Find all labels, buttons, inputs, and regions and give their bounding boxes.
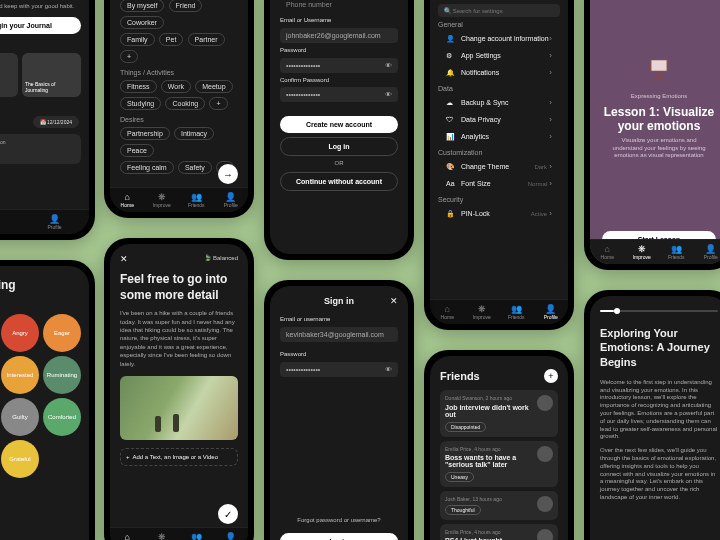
row-account[interactable]: 👤Change account information›	[438, 30, 560, 47]
continue-button[interactable]: Continue without account	[280, 172, 398, 191]
chip-work[interactable]: Work	[161, 80, 191, 93]
phone-friends: Friends + Donald Swanson, 2 hours agoJob…	[424, 350, 574, 540]
nav-profile[interactable]: 👤Profile	[214, 192, 249, 208]
row-app-settings[interactable]: ⚙App Settings›	[438, 47, 560, 64]
nav-improve[interactable]: ❋Improve	[145, 532, 180, 540]
add-friend-button[interactable]: +	[544, 369, 558, 383]
tab-phone[interactable]: Phone number	[280, 0, 338, 11]
mood-guilty[interactable]: Guilty	[1, 398, 39, 436]
chip-fitness[interactable]: Fitness	[120, 80, 157, 93]
begin-journal-button[interactable]: Begin your Journal	[0, 17, 81, 34]
chip-cooking[interactable]: Cooking	[165, 97, 205, 110]
create-account-button[interactable]: Create new account	[280, 116, 398, 133]
nav-friends[interactable]: 👥Friends	[179, 532, 214, 540]
section-custom: Customization	[438, 149, 560, 156]
chip-partner[interactable]: Partner	[188, 33, 225, 46]
chip-pet[interactable]: Pet	[159, 33, 184, 46]
card-basics[interactable]: The Basics of Journaling	[22, 53, 81, 97]
nav-profile[interactable]: 👤Profile	[20, 214, 89, 230]
shield-icon: 🛡	[446, 116, 456, 123]
bell-icon: 🔔	[446, 69, 456, 77]
easel-icon	[645, 55, 673, 83]
fab-next[interactable]: →	[218, 164, 238, 184]
phone-journal: do you feel? daily journal and keep with…	[0, 0, 95, 240]
nav-friends[interactable]: 👥Friends	[0, 214, 20, 230]
chevron-right-icon: ›	[549, 51, 552, 60]
chip-coworker[interactable]: Coworker	[120, 16, 164, 29]
input-email[interactable]: kevinbaker34@googlemail.com	[280, 327, 398, 342]
signin-title: Sign in	[324, 296, 354, 306]
nav-friends[interactable]: 👥Friends	[179, 192, 214, 208]
eye-icon[interactable]: 👁	[385, 62, 392, 69]
chip-meetup[interactable]: Meetup	[195, 80, 232, 93]
mood-eager[interactable]: Eager	[43, 314, 81, 352]
nav-improve[interactable]: ❋Improve	[625, 244, 660, 260]
nav-improve[interactable]: ❋Improve	[145, 192, 180, 208]
friend-card[interactable]: Donald Swanson, 2 hours agoJob interview…	[440, 390, 558, 437]
input-password[interactable]: ••••••••••••••👁	[280, 58, 398, 73]
eye-icon[interactable]: 👁	[385, 366, 392, 373]
nav-bar: 👥Friends 👤Profile	[0, 209, 89, 234]
nav-profile[interactable]: 👤Profile	[534, 304, 569, 320]
chip-studying[interactable]: Studying	[120, 97, 161, 110]
section-desires: Desires	[120, 116, 238, 123]
chip-plus-things[interactable]: +	[209, 97, 227, 110]
mood-comforted[interactable]: Comforted	[43, 398, 81, 436]
mood-ruminating[interactable]: Ruminating	[43, 356, 81, 394]
input-confirm[interactable]: ••••••••••••••👁	[280, 87, 398, 102]
row-analytics[interactable]: 📊Analytics›	[438, 128, 560, 145]
search-input[interactable]: 🔍 Search for settings	[438, 4, 560, 17]
journal-subtitle: daily journal and keep with your good ha…	[0, 3, 81, 11]
card-reframing[interactable]: Reframing your thoughts	[0, 53, 18, 97]
close-button[interactable]: ✕	[390, 296, 398, 306]
mood-angry[interactable]: Angry	[1, 314, 39, 352]
friend-card[interactable]: Josh Baker, 13 hours agoThoughtful	[440, 491, 558, 520]
row-font[interactable]: AaFont SizeNormal ›	[438, 175, 560, 192]
mood-grid: HatefulAngryEagerFrustratedInterestedRum…	[0, 314, 81, 478]
friend-card[interactable]: Emilia Price, 4 hours agoPS4 I just boug…	[440, 524, 558, 541]
phone-profile: Profile 🔍 Search for settings General 👤C…	[424, 0, 574, 330]
row-pin[interactable]: 🔒PIN-LockActive ›	[438, 205, 560, 222]
card-hopes[interactable]: Hopes: A Reflection	[0, 134, 81, 164]
chip-calm[interactable]: Feeling calm	[120, 161, 174, 174]
phone-lesson: Expressing Emotions Lesson 1: Visualize …	[584, 0, 720, 270]
input-password[interactable]: ••••••••••••••👁	[280, 362, 398, 377]
login-button[interactable]: Log in	[280, 137, 398, 156]
row-theme[interactable]: 🎨Change ThemeDark ›	[438, 158, 560, 175]
nav-home[interactable]: ⌂Home	[110, 532, 145, 540]
nav-home[interactable]: ⌂Home	[590, 244, 625, 260]
nav-home[interactable]: ⌂Home	[110, 192, 145, 208]
close-button[interactable]: ✕	[120, 254, 128, 264]
nav-friends[interactable]: 👥Friends	[499, 304, 534, 320]
row-notifications[interactable]: 🔔Notifications›	[438, 64, 560, 81]
nav-profile[interactable]: 👤Profile	[214, 532, 249, 540]
chip-bymyself[interactable]: By myself	[120, 0, 164, 12]
login-button[interactable]: Login	[280, 533, 398, 540]
friend-card[interactable]: Emilia Price, 4 hours agoBoss wants to h…	[440, 441, 558, 488]
nav-home[interactable]: ⌂Home	[430, 304, 465, 320]
mood-interested[interactable]: Interested	[1, 356, 39, 394]
chip-peace[interactable]: Peace	[120, 144, 154, 157]
chip-friend[interactable]: Friend	[169, 0, 203, 12]
fab-confirm[interactable]: ✓	[218, 504, 238, 524]
chip-family[interactable]: Family	[120, 33, 155, 46]
phone-detail: ✕ 🍃 Balanced Feel free to go into some m…	[104, 238, 254, 540]
row-backup[interactable]: ☁Backup & Sync›	[438, 94, 560, 111]
chip-plus-people[interactable]: +	[120, 50, 138, 63]
nav-friends[interactable]: 👥Friends	[659, 244, 694, 260]
explore-title: Exploring Your Emotions: A Journey Begin…	[600, 326, 718, 369]
forgot-link[interactable]: Forgot password or username?	[280, 517, 398, 525]
urnals-label: urnals	[0, 105, 81, 112]
nav-profile[interactable]: 👤Profile	[694, 244, 721, 260]
input-email[interactable]: johnbaker26@googlemail.com	[280, 28, 398, 43]
chip-partnership[interactable]: Partnership	[120, 127, 170, 140]
eye-icon[interactable]: 👁	[385, 91, 392, 98]
phone-signin: Sign in ✕ Email or username kevinbaker34…	[264, 280, 414, 540]
mood-grateful[interactable]: Grateful	[1, 440, 39, 478]
chip-safety[interactable]: Safety	[178, 161, 212, 174]
row-privacy[interactable]: 🛡Data Privacy›	[438, 111, 560, 128]
add-media-button[interactable]: + Add a Text, an Image or a Video	[120, 448, 238, 466]
chevron-right-icon: ›	[549, 68, 552, 77]
nav-improve[interactable]: ❋Improve	[465, 304, 500, 320]
chip-intimacy[interactable]: Intimacy	[174, 127, 214, 140]
